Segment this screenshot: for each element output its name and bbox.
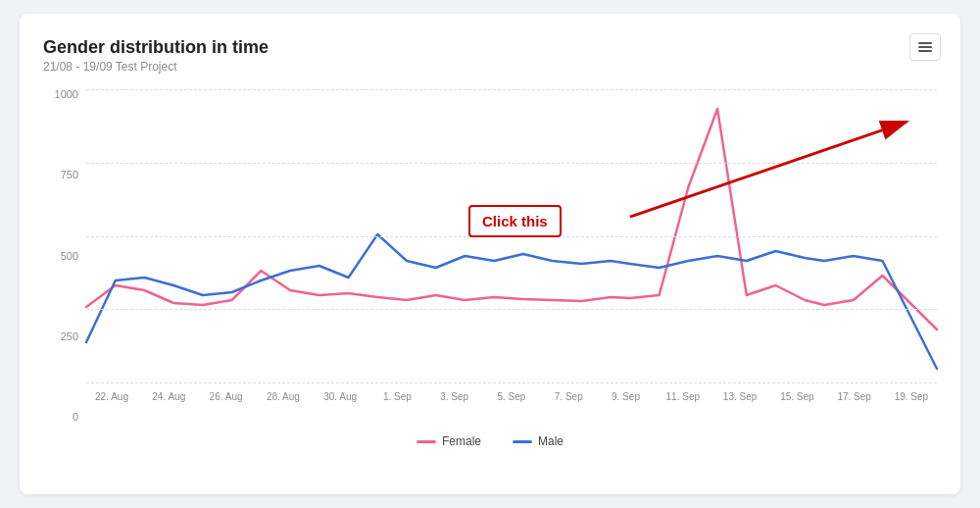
chart-wrapper: Click this 22. Aug24. Aug26. Aug28. Aug3… xyxy=(86,89,937,423)
y-axis-label: 1000 xyxy=(43,89,78,100)
y-axis-label: 500 xyxy=(43,251,78,262)
chart-area: 10007505002500 xyxy=(43,89,937,423)
chart-svg xyxy=(86,89,937,383)
legend-color xyxy=(513,440,532,443)
legend-item: Female xyxy=(416,434,481,448)
x-axis-label: 15. Sep xyxy=(775,391,818,402)
x-axis-label: 5. Sep xyxy=(490,391,533,402)
x-axis-label: 24. Aug xyxy=(147,391,190,402)
legend: FemaleMale xyxy=(43,434,937,448)
x-axis-label: 22. Aug xyxy=(90,391,133,402)
x-axis-label: 13. Sep xyxy=(718,391,761,402)
x-axis-label: 7. Sep xyxy=(547,391,590,402)
x-axis-label: 19. Sep xyxy=(890,391,933,402)
settings-button[interactable] xyxy=(909,33,941,61)
y-axis: 10007505002500 xyxy=(43,89,86,423)
chart-subtitle: 21/08 - 19/09 Test Project xyxy=(43,60,937,74)
settings-icon-line1 xyxy=(918,42,932,44)
legend-label: Female xyxy=(442,434,481,448)
legend-item: Male xyxy=(513,434,564,448)
x-axis-label: 28. Aug xyxy=(262,391,305,402)
female-line xyxy=(86,109,937,330)
x-axis-label: 9. Sep xyxy=(605,391,648,402)
chart-header: Gender distribution in time 21/08 - 19/0… xyxy=(43,37,937,74)
legend-label: Male xyxy=(538,434,564,448)
x-axis: 22. Aug24. Aug26. Aug28. Aug30. Aug1. Se… xyxy=(86,391,937,402)
y-axis-label: 0 xyxy=(43,412,78,423)
x-axis-label: 3. Sep xyxy=(433,391,476,402)
y-axis-label: 750 xyxy=(43,170,78,180)
x-axis-label: 11. Sep xyxy=(662,391,705,402)
chart-card: Gender distribution in time 21/08 - 19/0… xyxy=(20,14,960,494)
x-axis-label: 1. Sep xyxy=(375,391,418,402)
y-axis-label: 250 xyxy=(43,331,78,342)
settings-icon-line3 xyxy=(918,50,932,52)
x-axis-label: 30. Aug xyxy=(318,391,362,402)
x-axis-label: 26. Aug xyxy=(205,391,248,402)
settings-icon-line2 xyxy=(918,46,932,48)
chart-title: Gender distribution in time xyxy=(43,37,937,58)
x-axis-label: 17. Sep xyxy=(833,391,876,402)
legend-color xyxy=(416,440,436,443)
